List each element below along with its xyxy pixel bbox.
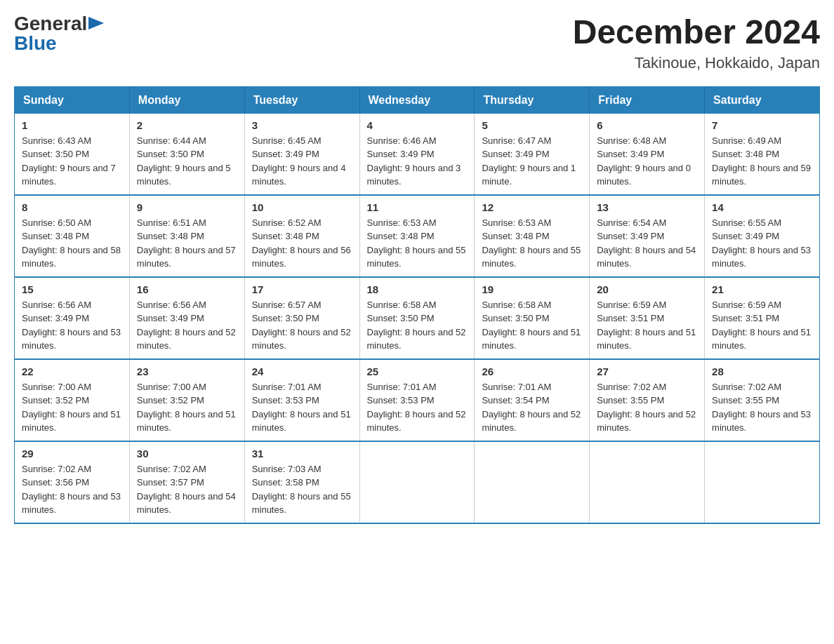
weekday-header-monday: Monday [129, 86, 244, 114]
calendar-day-cell: 2 Sunrise: 6:44 AM Sunset: 3:50 PM Dayli… [129, 114, 244, 195]
logo: General Blue [14, 14, 104, 53]
day-number: 13 [597, 201, 697, 213]
calendar-day-cell: 19 Sunrise: 6:58 AM Sunset: 3:50 PM Dayl… [475, 277, 590, 359]
day-info: Sunrise: 6:57 AM Sunset: 3:50 PM Dayligh… [252, 298, 352, 353]
day-number: 24 [252, 365, 352, 377]
day-number: 6 [597, 119, 697, 131]
day-number: 14 [712, 201, 812, 213]
day-info: Sunrise: 6:46 AM Sunset: 3:49 PM Dayligh… [367, 134, 468, 189]
calendar-week-row: 1 Sunrise: 6:43 AM Sunset: 3:50 PM Dayli… [15, 114, 820, 195]
weekday-header-saturday: Saturday [705, 86, 820, 114]
day-number: 3 [252, 119, 352, 131]
calendar-week-row: 8 Sunrise: 6:50 AM Sunset: 3:48 PM Dayli… [15, 195, 820, 277]
calendar-header-row: SundayMondayTuesdayWednesdayThursdayFrid… [15, 86, 820, 114]
calendar-table: SundayMondayTuesdayWednesdayThursdayFrid… [14, 86, 820, 524]
day-info: Sunrise: 7:01 AM Sunset: 3:53 PM Dayligh… [367, 380, 468, 435]
calendar-day-cell: 12 Sunrise: 6:53 AM Sunset: 3:48 PM Dayl… [475, 195, 590, 277]
day-number: 22 [22, 365, 122, 377]
day-number: 9 [137, 201, 237, 213]
day-number: 8 [22, 201, 122, 213]
day-info: Sunrise: 6:53 AM Sunset: 3:48 PM Dayligh… [367, 216, 468, 271]
calendar-day-cell: 8 Sunrise: 6:50 AM Sunset: 3:48 PM Dayli… [15, 195, 130, 277]
calendar-day-cell: 20 Sunrise: 6:59 AM Sunset: 3:51 PM Dayl… [590, 277, 705, 359]
calendar-day-cell: 4 Sunrise: 6:46 AM Sunset: 3:49 PM Dayli… [359, 114, 475, 195]
calendar-day-cell: 31 Sunrise: 7:03 AM Sunset: 3:58 PM Dayl… [244, 441, 359, 523]
day-info: Sunrise: 6:45 AM Sunset: 3:49 PM Dayligh… [252, 134, 352, 189]
day-info: Sunrise: 6:51 AM Sunset: 3:48 PM Dayligh… [137, 216, 237, 271]
calendar-day-cell: 14 Sunrise: 6:55 AM Sunset: 3:49 PM Dayl… [705, 195, 820, 277]
calendar-day-cell: 18 Sunrise: 6:58 AM Sunset: 3:50 PM Dayl… [359, 277, 475, 359]
day-info: Sunrise: 7:02 AM Sunset: 3:57 PM Dayligh… [137, 462, 237, 517]
calendar-day-cell: 16 Sunrise: 6:56 AM Sunset: 3:49 PM Dayl… [129, 277, 244, 359]
day-info: Sunrise: 6:56 AM Sunset: 3:49 PM Dayligh… [137, 298, 237, 353]
day-info: Sunrise: 6:48 AM Sunset: 3:49 PM Dayligh… [597, 134, 697, 189]
month-title: December 2024 [573, 14, 820, 51]
day-info: Sunrise: 7:00 AM Sunset: 3:52 PM Dayligh… [22, 380, 122, 435]
calendar-day-cell: 22 Sunrise: 7:00 AM Sunset: 3:52 PM Dayl… [15, 359, 130, 441]
day-number: 19 [482, 283, 582, 295]
day-number: 1 [22, 119, 122, 131]
calendar-day-cell: 25 Sunrise: 7:01 AM Sunset: 3:53 PM Dayl… [359, 359, 475, 441]
day-info: Sunrise: 7:03 AM Sunset: 3:58 PM Dayligh… [252, 462, 352, 517]
day-number: 27 [597, 365, 697, 377]
calendar-day-cell [590, 441, 705, 523]
calendar-day-cell: 10 Sunrise: 6:52 AM Sunset: 3:48 PM Dayl… [244, 195, 359, 277]
day-info: Sunrise: 6:53 AM Sunset: 3:48 PM Dayligh… [482, 216, 582, 271]
calendar-day-cell: 7 Sunrise: 6:49 AM Sunset: 3:48 PM Dayli… [705, 114, 820, 195]
day-info: Sunrise: 7:02 AM Sunset: 3:56 PM Dayligh… [22, 462, 122, 517]
day-number: 28 [712, 365, 812, 377]
location-title: Takinoue, Hokkaido, Japan [573, 54, 820, 72]
day-number: 2 [137, 119, 237, 131]
day-number: 5 [482, 119, 582, 131]
weekday-header-wednesday: Wednesday [359, 86, 475, 114]
calendar-day-cell: 29 Sunrise: 7:02 AM Sunset: 3:56 PM Dayl… [15, 441, 130, 523]
calendar-day-cell: 28 Sunrise: 7:02 AM Sunset: 3:55 PM Dayl… [705, 359, 820, 441]
calendar-day-cell: 27 Sunrise: 7:02 AM Sunset: 3:55 PM Dayl… [590, 359, 705, 441]
day-number: 10 [252, 201, 352, 213]
day-info: Sunrise: 6:58 AM Sunset: 3:50 PM Dayligh… [482, 298, 582, 353]
day-info: Sunrise: 7:02 AM Sunset: 3:55 PM Dayligh… [712, 380, 812, 435]
calendar-day-cell: 3 Sunrise: 6:45 AM Sunset: 3:49 PM Dayli… [244, 114, 359, 195]
day-number: 17 [252, 283, 352, 295]
calendar-day-cell: 11 Sunrise: 6:53 AM Sunset: 3:48 PM Dayl… [359, 195, 475, 277]
logo-general: General [14, 14, 87, 34]
page-header: General Blue December 2024 Takinoue, Hok… [14, 14, 820, 72]
calendar-day-cell: 1 Sunrise: 6:43 AM Sunset: 3:50 PM Dayli… [15, 114, 130, 195]
day-info: Sunrise: 7:01 AM Sunset: 3:53 PM Dayligh… [252, 380, 352, 435]
calendar-day-cell: 15 Sunrise: 6:56 AM Sunset: 3:49 PM Dayl… [15, 277, 130, 359]
logo-blue: Blue [14, 34, 57, 53]
day-number: 31 [252, 448, 352, 459]
calendar-week-row: 15 Sunrise: 6:56 AM Sunset: 3:49 PM Dayl… [15, 277, 820, 359]
day-info: Sunrise: 6:54 AM Sunset: 3:49 PM Dayligh… [597, 216, 697, 271]
weekday-header-thursday: Thursday [475, 86, 590, 114]
title-section: December 2024 Takinoue, Hokkaido, Japan [573, 14, 820, 72]
logo-arrow-icon [88, 17, 104, 29]
weekday-header-friday: Friday [590, 86, 705, 114]
day-number: 25 [367, 365, 468, 377]
day-info: Sunrise: 6:49 AM Sunset: 3:48 PM Dayligh… [712, 134, 812, 189]
calendar-day-cell [359, 441, 475, 523]
day-info: Sunrise: 6:59 AM Sunset: 3:51 PM Dayligh… [597, 298, 697, 353]
day-number: 15 [22, 283, 122, 295]
day-number: 23 [137, 365, 237, 377]
weekday-header-tuesday: Tuesday [244, 86, 359, 114]
day-number: 4 [367, 119, 468, 131]
day-number: 7 [712, 119, 812, 131]
day-number: 21 [712, 283, 812, 295]
calendar-day-cell: 23 Sunrise: 7:00 AM Sunset: 3:52 PM Dayl… [129, 359, 244, 441]
day-number: 26 [482, 365, 582, 377]
day-number: 16 [137, 283, 237, 295]
calendar-day-cell: 5 Sunrise: 6:47 AM Sunset: 3:49 PM Dayli… [475, 114, 590, 195]
svg-marker-0 [88, 17, 104, 29]
day-info: Sunrise: 6:52 AM Sunset: 3:48 PM Dayligh… [252, 216, 352, 271]
calendar-day-cell: 6 Sunrise: 6:48 AM Sunset: 3:49 PM Dayli… [590, 114, 705, 195]
day-info: Sunrise: 7:01 AM Sunset: 3:54 PM Dayligh… [482, 380, 582, 435]
day-info: Sunrise: 6:58 AM Sunset: 3:50 PM Dayligh… [367, 298, 468, 353]
calendar-day-cell: 30 Sunrise: 7:02 AM Sunset: 3:57 PM Dayl… [129, 441, 244, 523]
calendar-day-cell: 21 Sunrise: 6:59 AM Sunset: 3:51 PM Dayl… [705, 277, 820, 359]
day-number: 20 [597, 283, 697, 295]
day-info: Sunrise: 6:50 AM Sunset: 3:48 PM Dayligh… [22, 216, 122, 271]
day-info: Sunrise: 6:47 AM Sunset: 3:49 PM Dayligh… [482, 134, 582, 189]
calendar-day-cell: 13 Sunrise: 6:54 AM Sunset: 3:49 PM Dayl… [590, 195, 705, 277]
calendar-day-cell: 9 Sunrise: 6:51 AM Sunset: 3:48 PM Dayli… [129, 195, 244, 277]
